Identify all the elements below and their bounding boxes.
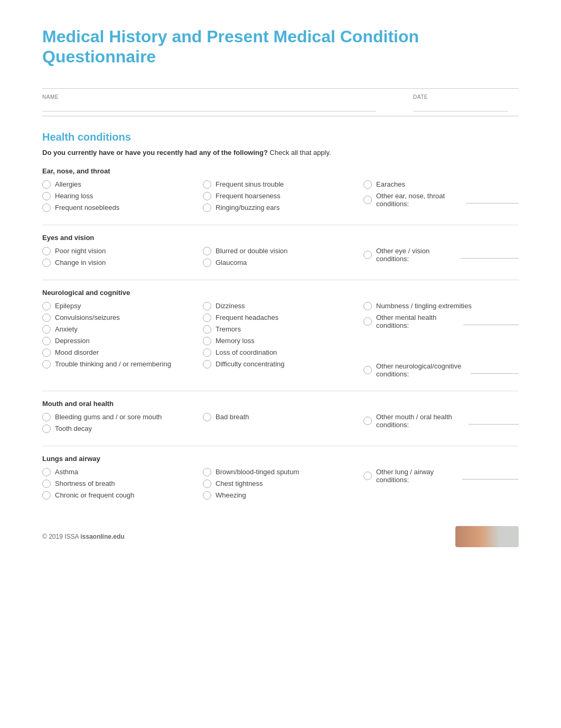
condition-item[interactable]: Memory loss <box>203 337 358 345</box>
condition-label: Poor night vision <box>55 247 106 255</box>
category-lungs-airway: Lungs and airwayAsthmaShortness of breat… <box>42 455 519 500</box>
condition-item[interactable]: Allergies <box>42 180 198 189</box>
condition-text-input[interactable] <box>461 251 519 259</box>
condition-label: Other mental health conditions: <box>376 314 459 329</box>
condition-item[interactable]: Tooth decay <box>42 425 198 433</box>
condition-item[interactable]: Blurred or double vision <box>203 247 358 255</box>
radio-circle[interactable] <box>363 251 372 259</box>
radio-circle[interactable] <box>42 247 51 255</box>
condition-item[interactable]: Earaches <box>363 180 519 189</box>
radio-circle[interactable] <box>203 468 211 476</box>
radio-circle[interactable] <box>203 180 211 189</box>
condition-text-input[interactable] <box>463 318 519 325</box>
radio-circle[interactable] <box>42 413 51 421</box>
condition-item[interactable]: Other mental health conditions: <box>363 314 519 329</box>
condition-item[interactable]: Frequent hoarseness <box>203 192 358 200</box>
radio-circle[interactable] <box>42 360 51 368</box>
condition-item[interactable]: Shortness of breath <box>42 480 198 488</box>
radio-circle[interactable] <box>363 472 372 480</box>
radio-circle[interactable] <box>363 196 372 204</box>
radio-circle[interactable] <box>363 366 372 374</box>
condition-item[interactable]: Frequent headaches <box>203 314 358 322</box>
radio-circle[interactable] <box>42 337 51 345</box>
radio-circle[interactable] <box>42 180 51 189</box>
condition-item[interactable]: Frequent sinus trouble <box>203 180 358 189</box>
condition-item[interactable]: Chronic or frequent cough <box>42 491 198 500</box>
section-divider <box>42 225 519 225</box>
condition-item[interactable]: Loss of coordination <box>203 348 358 357</box>
condition-item[interactable]: Glaucoma <box>203 259 358 267</box>
condition-item[interactable]: Hearing loss <box>42 192 198 200</box>
condition-item[interactable]: Other ear, nose, throat conditions: <box>363 192 519 208</box>
condition-label: Difficulty concentrating <box>216 360 285 368</box>
condition-item[interactable]: Bad breath <box>203 413 358 421</box>
section-title: Health conditions <box>42 131 519 143</box>
radio-circle[interactable] <box>203 192 211 200</box>
radio-circle[interactable] <box>363 302 372 310</box>
radio-circle[interactable] <box>42 425 51 433</box>
condition-text-input[interactable] <box>466 196 519 204</box>
radio-circle[interactable] <box>203 302 211 310</box>
condition-text-input[interactable] <box>471 366 519 374</box>
radio-circle[interactable] <box>203 480 211 488</box>
condition-item[interactable]: Asthma <box>42 468 198 476</box>
condition-item[interactable]: Numbness / tingling extremities <box>363 302 519 310</box>
condition-item[interactable]: Tremors <box>203 325 358 334</box>
name-input[interactable] <box>42 102 376 112</box>
radio-circle[interactable] <box>203 491 211 500</box>
radio-circle[interactable] <box>42 259 51 267</box>
radio-circle[interactable] <box>42 325 51 334</box>
condition-item[interactable]: Depression <box>42 337 198 345</box>
section-divider <box>42 391 519 391</box>
radio-circle[interactable] <box>363 317 372 326</box>
condition-item[interactable]: Change in vision <box>42 259 198 267</box>
radio-circle[interactable] <box>42 491 51 500</box>
condition-item[interactable]: Wheezing <box>203 491 358 500</box>
radio-circle[interactable] <box>42 348 51 357</box>
condition-item[interactable]: Trouble thinking and / or remembering <box>42 360 198 368</box>
column-eyes-vision-0: Poor night visionChange in vision <box>42 247 198 267</box>
radio-circle[interactable] <box>203 247 211 255</box>
radio-circle[interactable] <box>203 314 211 322</box>
radio-circle[interactable] <box>203 413 211 421</box>
radio-circle[interactable] <box>203 348 211 357</box>
condition-item[interactable]: Difficulty concentrating <box>203 360 358 368</box>
condition-item[interactable]: Other mouth / oral health conditions: <box>363 413 519 429</box>
condition-item[interactable]: Epilepsy <box>42 302 198 310</box>
condition-item[interactable]: Other eye / vision conditions: <box>363 247 519 263</box>
column-mouth-oral-health-0: Bleeding gums and / or sore mouthTooth d… <box>42 413 198 433</box>
radio-circle[interactable] <box>42 204 51 212</box>
name-field[interactable]: NAME <box>42 94 413 112</box>
condition-item[interactable]: Convulsions/seizures <box>42 314 198 322</box>
condition-item[interactable]: Brown/blood-tinged sputum <box>203 468 358 476</box>
condition-item[interactable]: Ringing/buzzing ears <box>203 204 358 212</box>
date-field[interactable]: DATE <box>413 94 519 112</box>
radio-circle[interactable] <box>42 302 51 310</box>
condition-item[interactable]: Dizziness <box>203 302 358 310</box>
radio-circle[interactable] <box>203 259 211 267</box>
radio-circle[interactable] <box>363 180 372 189</box>
condition-item[interactable]: Frequent nosebleeds <box>42 204 198 212</box>
radio-circle[interactable] <box>42 314 51 322</box>
condition-item[interactable]: Other neurological/cognitive conditions: <box>363 362 519 378</box>
radio-circle[interactable] <box>42 192 51 200</box>
radio-circle[interactable] <box>203 360 211 368</box>
condition-text-input[interactable] <box>469 417 519 425</box>
radio-circle[interactable] <box>203 204 211 212</box>
condition-item[interactable]: Poor night vision <box>42 247 198 255</box>
condition-item[interactable]: Mood disorder <box>42 348 198 357</box>
condition-label: Frequent hoarseness <box>216 192 280 200</box>
condition-item[interactable]: Chest tightness <box>203 480 358 488</box>
radio-circle[interactable] <box>42 480 51 488</box>
condition-item[interactable]: Other lung / airway conditions: <box>363 468 519 484</box>
radio-circle[interactable] <box>363 417 372 425</box>
condition-item[interactable]: Bleeding gums and / or sore mouth <box>42 413 198 421</box>
condition-item[interactable]: Anxiety <box>42 325 198 334</box>
date-input[interactable] <box>413 102 508 112</box>
category-title-ear-nose-throat: Ear, nose, and throat <box>42 167 519 175</box>
condition-label: Chronic or frequent cough <box>55 491 134 499</box>
radio-circle[interactable] <box>42 468 51 476</box>
radio-circle[interactable] <box>203 325 211 334</box>
radio-circle[interactable] <box>203 337 211 345</box>
condition-text-input[interactable] <box>462 472 519 480</box>
